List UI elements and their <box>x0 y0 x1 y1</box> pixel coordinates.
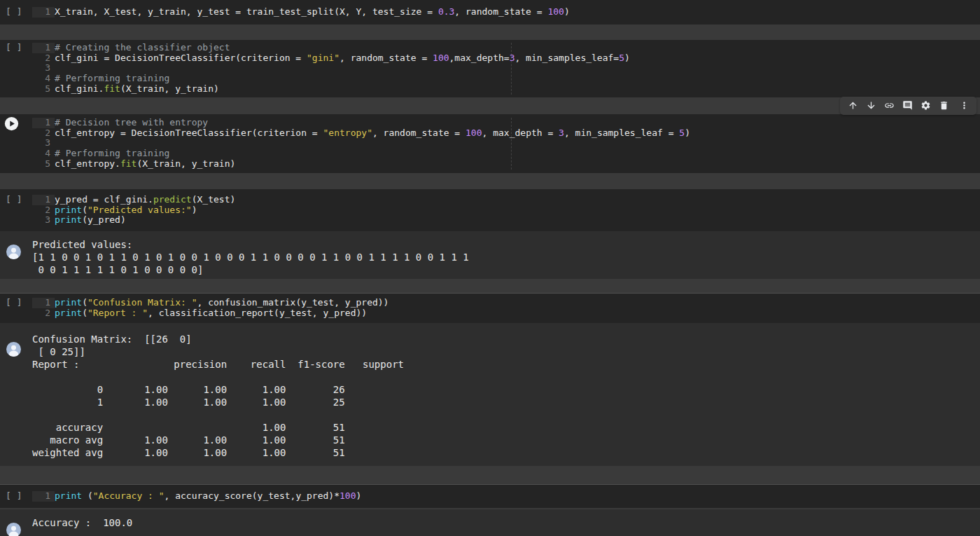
code-line: 2print("Report : ", classification_repor… <box>32 308 980 319</box>
code-line: 4# Performing training <box>32 149 980 159</box>
code-text: clf_entropy = DecisionTreeClassifier(cri… <box>55 128 690 139</box>
cell-output-area: Confusion Matrix: [[26 0] [ 0 25]] Repor… <box>0 323 980 466</box>
run-play-icon <box>4 116 19 131</box>
cell-gutter: [ ] <box>0 43 32 95</box>
code-text: print("Report : ", classification_report… <box>55 308 367 319</box>
code-editor[interactable]: 1y_pred = clf_gini.predict(X_test)2print… <box>32 195 980 226</box>
code-line: 3 <box>32 63 980 74</box>
code-text: # Performing training <box>55 74 169 84</box>
user-avatar <box>6 342 21 357</box>
line-number: 2 <box>32 308 55 319</box>
code-cell[interactable]: [ ]1# Creating the classifier object2clf… <box>0 40 980 97</box>
cell-gutter: [ ] <box>0 7 32 18</box>
cell-gutter <box>0 238 32 276</box>
code-text: clf_gini = DecisionTreeClassifier(criter… <box>55 53 630 64</box>
run-cell-button[interactable]: [ ] <box>6 298 32 308</box>
code-line: 5clf_gini.fit(X_train, y_train) <box>32 84 980 95</box>
arrow-up-icon <box>848 100 858 111</box>
copy-cell-link-button[interactable] <box>880 97 898 114</box>
code-cell[interactable]: 1# Decision tree with entropy2clf_entrop… <box>0 114 980 173</box>
cell-output-area: Predicted values: [1 1 0 0 1 0 1 1 0 1 0… <box>0 231 980 279</box>
code-line: 1# Creating the classifier object <box>32 43 980 53</box>
cell-gutter: [ ] <box>0 298 32 319</box>
code-text: # Decision tree with entropy <box>55 118 208 128</box>
run-cell-button[interactable]: [ ] <box>6 491 32 502</box>
code-text: # Creating the classifier object <box>55 43 230 53</box>
code-line: 2clf_entropy = DecisionTreeClassifier(cr… <box>32 128 980 139</box>
add-comment-button[interactable] <box>898 97 916 114</box>
trash-icon <box>939 100 949 111</box>
line-number: 1 <box>32 195 55 205</box>
move-cell-up-button[interactable] <box>844 97 862 114</box>
code-editor[interactable]: 1print("Confusion Matrix: ", confusion_m… <box>32 298 980 319</box>
code-cell[interactable]: [ ]1y_pred = clf_gini.predict(X_test)2pr… <box>0 189 980 231</box>
open-settings-button[interactable] <box>916 97 934 114</box>
code-line: 3 <box>32 138 980 149</box>
code-line: 4# Performing training <box>32 74 980 84</box>
user-avatar <box>6 245 21 259</box>
cell-gutter: [ ] <box>0 195 32 226</box>
code-cell[interactable]: [ ]1print ("Accuracy : ", accuracy_score… <box>0 484 980 508</box>
code-cell[interactable]: [ ]1X_train, X_test, y_train, y_test = t… <box>0 0 980 25</box>
code-line: 3print(y_pred) <box>32 215 980 226</box>
kebab-menu-icon <box>959 100 969 111</box>
code-text: print(y_pred) <box>55 215 126 226</box>
line-number: 3 <box>32 138 55 149</box>
code-line: 1y_pred = clf_gini.predict(X_test) <box>32 195 980 205</box>
line-number: 1 <box>32 7 55 18</box>
cell-gutter: [ ] <box>0 491 32 502</box>
run-cell-button[interactable] <box>4 116 32 131</box>
code-line: 1X_train, X_test, y_train, y_test = trai… <box>32 7 980 18</box>
run-cell-button[interactable]: [ ] <box>6 7 32 18</box>
cell-gutter <box>0 516 32 529</box>
cell-gutter <box>0 118 32 170</box>
code-text: clf_gini.fit(X_train, y_train) <box>55 84 219 95</box>
user-avatar <box>6 523 21 536</box>
user-avatar-icon <box>6 523 21 536</box>
cell-output-area: Accuracy : 100.0 <box>0 509 980 536</box>
line-number: 2 <box>32 128 55 139</box>
line-number: 1 <box>32 118 55 128</box>
run-cell-button[interactable]: [ ] <box>6 195 32 205</box>
line-number: 4 <box>32 149 55 159</box>
delete-cell-button[interactable] <box>934 97 953 114</box>
link-icon <box>884 100 895 111</box>
line-number: 4 <box>32 74 55 84</box>
code-cell[interactable]: [ ]1print("Confusion Matrix: ", confusio… <box>0 293 980 323</box>
notebook: [ ]1X_train, X_test, y_train, y_test = t… <box>0 0 980 536</box>
code-line: 1print("Confusion Matrix: ", confusion_m… <box>32 298 980 308</box>
code-text: X_train, X_test, y_train, y_test = train… <box>55 7 570 18</box>
code-text: # Performing training <box>55 149 169 159</box>
code-editor[interactable]: 1print ("Accuracy : ", accuracy_score(y_… <box>32 491 980 502</box>
run-cell-button[interactable]: [ ] <box>6 43 32 53</box>
code-line: 2clf_gini = DecisionTreeClassifier(crite… <box>32 53 980 64</box>
code-text: y_pred = clf_gini.predict(X_test) <box>55 195 235 205</box>
cell-gutter <box>0 333 32 459</box>
code-text: print ("Accuracy : ", accuracy_score(y_t… <box>55 491 361 502</box>
line-number: 2 <box>32 53 55 64</box>
line-number: 1 <box>32 43 55 53</box>
move-cell-down-button[interactable] <box>862 97 880 114</box>
user-avatar-icon <box>6 245 21 259</box>
code-editor[interactable]: 1X_train, X_test, y_train, y_test = trai… <box>32 7 980 18</box>
code-line: 5clf_entropy.fit(X_train, y_train) <box>32 159 980 170</box>
code-text: clf_entropy.fit(X_train, y_train) <box>55 159 235 170</box>
cell-toolbar <box>840 97 976 115</box>
output-text: Confusion Matrix: [[26 0] [ 0 25]] Repor… <box>32 333 404 459</box>
line-number: 1 <box>32 298 55 308</box>
line-number: 5 <box>32 159 55 170</box>
arrow-down-icon <box>866 100 876 111</box>
code-editor[interactable]: 1# Decision tree with entropy2clf_entrop… <box>32 118 980 170</box>
code-line: 2print("Predicted values:") <box>32 205 980 216</box>
line-number: 3 <box>32 215 55 226</box>
gear-icon <box>920 100 931 111</box>
code-editor[interactable]: 1# Creating the classifier object2clf_gi… <box>32 43 980 95</box>
line-number: 3 <box>32 63 55 74</box>
code-text: print("Confusion Matrix: ", confusion_ma… <box>55 298 388 308</box>
output-text: Accuracy : 100.0 <box>32 516 132 529</box>
line-number: 1 <box>32 491 55 502</box>
more-actions-button[interactable] <box>955 97 973 114</box>
line-number: 5 <box>32 84 55 95</box>
comment-icon <box>902 100 913 111</box>
code-line: 1print ("Accuracy : ", accuracy_score(y_… <box>32 491 980 502</box>
